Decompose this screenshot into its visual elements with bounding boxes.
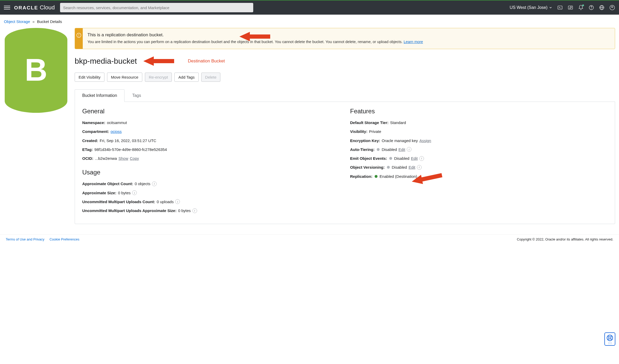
info-icon[interactable]: i xyxy=(152,181,157,186)
svg-marker-16 xyxy=(239,32,270,41)
edit-icon[interactable] xyxy=(568,5,573,10)
created-label: Created: xyxy=(82,138,98,144)
emit-events-field: Emit Object Events: Disabled Edit i xyxy=(350,155,608,161)
info-icon[interactable]: i xyxy=(417,165,422,170)
reencrypt-button: Re-encrypt xyxy=(145,73,172,82)
emit-events-edit-link[interactable]: Edit xyxy=(411,155,418,161)
emit-events-label: Emit Object Events: xyxy=(350,155,387,161)
annotation-arrow-icon xyxy=(239,30,271,43)
info-icon[interactable]: i xyxy=(192,208,197,213)
versioning-edit-link[interactable]: Edit xyxy=(409,164,415,170)
svg-rect-2 xyxy=(568,6,573,9)
visibility-value: Private xyxy=(369,128,381,134)
breadcrumb-current: Bucket Details xyxy=(37,19,62,24)
move-resource-button[interactable]: Move Resource xyxy=(107,73,142,82)
storage-tier-value: Standard xyxy=(390,120,406,126)
region-selector[interactable]: US West (San Jose) xyxy=(510,5,552,10)
svg-point-15 xyxy=(79,36,79,37)
tab-bucket-information[interactable]: Bucket Information xyxy=(75,89,125,102)
info-icon[interactable]: i xyxy=(407,147,411,152)
multipart-count-value: 0 uploads xyxy=(157,199,174,205)
namespace-value: ocitsammut xyxy=(107,120,127,126)
created-field: Created: Fri, Sep 16, 2022, 03:51:27 UTC xyxy=(82,138,340,144)
banner-text: You are limited in the actions you can p… xyxy=(87,39,610,45)
tab-panel-bucket-information: General Namespace: ocitsammut Compartmen… xyxy=(75,102,615,224)
tab-tags[interactable]: Tags xyxy=(125,89,149,102)
visibility-label: Visibility: xyxy=(350,128,367,134)
svg-point-9 xyxy=(611,6,613,8)
breadcrumb: Object Storage » Bucket Details xyxy=(0,15,619,25)
learn-more-link[interactable]: Learn more xyxy=(404,40,423,44)
chevron-down-icon xyxy=(549,6,552,9)
versioning-label: Object Versioning: xyxy=(350,164,385,170)
breadcrumb-link-object-storage[interactable]: Object Storage xyxy=(4,19,30,24)
compartment-label: Compartment: xyxy=(82,128,109,134)
created-value: Fri, Sep 16, 2022, 03:51:27 UTC xyxy=(100,138,156,144)
assign-link[interactable]: Assign xyxy=(419,138,431,144)
logo-cloud: Cloud xyxy=(40,4,55,11)
svg-point-4 xyxy=(591,9,592,9)
svg-marker-17 xyxy=(143,56,174,66)
encryption-label: Encryption Key: xyxy=(350,138,380,144)
notifications-icon[interactable] xyxy=(578,5,584,10)
annotation-label: Destination Bucket xyxy=(188,58,225,64)
auto-tiering-field: Auto-Tiering: Disabled Edit i xyxy=(350,146,608,152)
ocid-copy-link[interactable]: Copy xyxy=(130,155,139,161)
info-icon[interactable]: i xyxy=(132,190,137,195)
add-tags-button[interactable]: Add Tags xyxy=(174,73,198,82)
storage-tier-label: Default Storage Tier: xyxy=(350,120,388,126)
info-icon[interactable]: i xyxy=(175,199,180,204)
features-heading: Features xyxy=(350,108,608,115)
oracle-cloud-logo[interactable]: ORACLE Cloud xyxy=(14,4,55,11)
compartment-field: Compartment: ocioss xyxy=(82,128,340,134)
tab-list: Bucket Information Tags xyxy=(75,89,615,102)
globe-icon[interactable] xyxy=(599,5,605,10)
profile-icon[interactable] xyxy=(609,5,615,10)
object-count-value: 0 objects xyxy=(135,181,150,187)
auto-tiering-edit-link[interactable]: Edit xyxy=(398,146,405,152)
multipart-count-label: Uncommitted Multipart Uploads Count: xyxy=(82,199,155,205)
versioning-field: Object Versioning: Disabled Edit i xyxy=(350,164,608,170)
etag-field: ETag: 98f1d34b-570e-4d9e-8860-fc278e5263… xyxy=(82,146,340,152)
annotation-arrow-icon xyxy=(143,55,175,67)
storage-tier-field: Default Storage Tier: Standard xyxy=(350,120,608,126)
ocid-show-link[interactable]: Show xyxy=(119,155,128,161)
help-icon[interactable] xyxy=(588,5,594,10)
multipart-size-field: Uncommitted Multipart Uploads Approximat… xyxy=(82,208,340,214)
status-dot-disabled-icon xyxy=(387,166,390,169)
svg-marker-18 xyxy=(411,172,443,185)
visibility-field: Visibility: Private xyxy=(350,128,608,134)
object-count-label: Approximate Object Count: xyxy=(82,181,133,187)
bucket-badge: B xyxy=(4,28,68,113)
etag-value: 98f1d34b-570e-4d9e-8860-fc278e526354 xyxy=(95,146,167,152)
warning-banner: This is a replication destination bucket… xyxy=(75,28,615,49)
ocid-label: OCID: xyxy=(82,155,93,161)
cookie-preferences-link[interactable]: Cookie Preferences xyxy=(50,237,79,241)
cloud-shell-icon[interactable] xyxy=(557,5,563,10)
bucket-letter: B xyxy=(25,52,48,88)
top-navigation-bar: ORACLE Cloud US West (San Jose) xyxy=(0,0,619,15)
edit-visibility-button[interactable]: Edit Visibility xyxy=(75,73,104,82)
global-search-input[interactable] xyxy=(60,3,253,12)
status-dot-disabled-icon xyxy=(389,157,392,160)
hamburger-menu-button[interactable] xyxy=(4,4,10,11)
terms-link[interactable]: Terms of Use and Privacy xyxy=(6,237,44,241)
multipart-count-field: Uncommitted Multipart Uploads Count: 0 u… xyxy=(82,199,340,205)
svg-point-12 xyxy=(5,89,67,113)
compartment-link[interactable]: ocioss xyxy=(111,128,122,134)
multipart-size-label: Uncommitted Multipart Uploads Approximat… xyxy=(82,208,176,214)
delete-button: Delete xyxy=(201,73,220,82)
auto-tiering-value: Disabled xyxy=(382,146,397,152)
encryption-field: Encryption Key: Oracle managed key Assig… xyxy=(350,138,608,144)
status-dot-enabled-icon xyxy=(375,175,378,178)
usage-heading: Usage xyxy=(82,169,340,176)
encryption-value: Oracle managed key xyxy=(382,138,418,144)
object-count-field: Approximate Object Count: 0 objects i xyxy=(82,181,340,187)
info-icon[interactable]: i xyxy=(419,156,424,161)
banner-title: This is a replication destination bucket… xyxy=(87,32,610,38)
approx-size-field: Approximate Size: 0 bytes i xyxy=(82,190,340,196)
warning-icon xyxy=(76,33,81,38)
replication-field: Replication: Enabled (Destination) xyxy=(350,173,608,179)
namespace-field: Namespace: ocitsammut xyxy=(82,120,340,126)
banner-stripe xyxy=(75,28,83,49)
